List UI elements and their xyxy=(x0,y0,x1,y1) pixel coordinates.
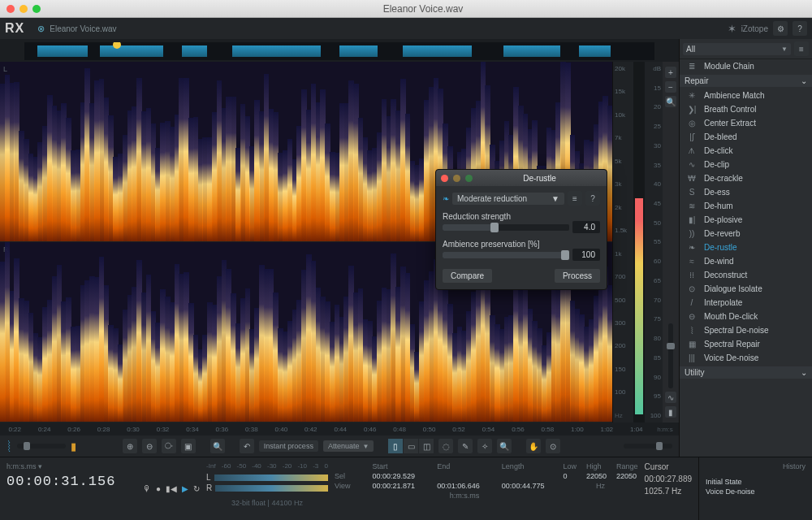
hzoom-slider[interactable] xyxy=(624,444,672,448)
module-icon: ▦ xyxy=(686,340,698,349)
undo-icon[interactable]: ↶ xyxy=(240,439,254,453)
play-icon[interactable]: ▶ xyxy=(182,484,188,493)
record-icon[interactable]: ● xyxy=(156,484,161,493)
history-item[interactable]: Voice De-noise xyxy=(706,487,806,496)
module-spectral-repair[interactable]: ▦Spectral Repair xyxy=(680,337,812,351)
module-interpolate[interactable]: /Interpolate xyxy=(680,296,812,310)
module-de-clip[interactable]: ∿De-clip xyxy=(680,158,812,171)
macos-titlebar: Eleanor Voice.wav xyxy=(0,0,812,18)
zoom-in-icon[interactable]: ⊕ xyxy=(123,439,137,453)
brush-tool-icon[interactable]: ✎ xyxy=(458,439,473,453)
process-button[interactable]: Process xyxy=(555,269,600,283)
preset-dropdown[interactable]: Moderate reduction ▼ xyxy=(452,193,564,205)
izotope-logo-icon: ✶ xyxy=(728,23,736,35)
freq-select-tool-icon[interactable]: ▭ xyxy=(404,439,418,453)
module-icon: ⁞⁞ xyxy=(686,271,698,280)
view-length[interactable]: 00:00:44.775 xyxy=(502,482,557,490)
zoom-out-icon[interactable]: ⊖ xyxy=(142,439,157,453)
module-de-wind[interactable]: ≈De-wind xyxy=(680,254,812,268)
freq-low[interactable]: 0 xyxy=(564,472,577,480)
playhead-marker-icon[interactable] xyxy=(113,42,121,49)
grab-tool-icon[interactable]: ✋ xyxy=(526,439,541,453)
view-end[interactable]: 00:01:06.646 xyxy=(437,482,492,490)
zoom-sel-icon[interactable]: ⧂ xyxy=(162,439,176,453)
opacity-slider[interactable] xyxy=(17,444,66,448)
sel-start[interactable]: 00:00:29.529 xyxy=(373,472,428,480)
record-arm-icon[interactable]: 🎙 xyxy=(143,484,151,493)
help-icon[interactable]: ? xyxy=(793,21,807,36)
module-chain-button[interactable]: ≣ Module Chain xyxy=(680,59,812,73)
preset-list-icon[interactable]: ≡ xyxy=(568,191,582,206)
waveform-view-icon[interactable]: ∿ xyxy=(665,392,676,403)
module-de-click[interactable]: ⩚De-click xyxy=(680,144,812,158)
vmagnify-icon[interactable]: 🔍 xyxy=(665,96,676,107)
waveform-overview[interactable] xyxy=(24,42,654,60)
module-de-hum[interactable]: ≋De-hum xyxy=(680,199,812,213)
history-item[interactable]: Initial State xyxy=(706,477,806,487)
compare-button[interactable]: Compare xyxy=(443,269,492,283)
module-voice-de-noise[interactable]: |||Voice De-noise xyxy=(680,351,812,365)
module-label: De-hum xyxy=(704,202,733,210)
freq-range[interactable]: 22050 xyxy=(616,472,638,480)
file-name: Eleanor Voice.wav xyxy=(50,24,116,33)
skip-back-icon[interactable]: ▮◀ xyxy=(166,484,177,493)
vertical-spectrum-slider[interactable] xyxy=(668,323,673,388)
spectrogram-view-icon[interactable]: ▮ xyxy=(665,406,676,418)
reduction-strength-value[interactable]: 4.0 xyxy=(572,221,600,233)
module-filter-dropdown[interactable]: All ▼ xyxy=(683,43,791,55)
zoom-region-icon[interactable]: ▣ xyxy=(181,439,196,453)
time-select-tool-icon[interactable]: ▯ xyxy=(388,439,403,453)
module-de-bleed[interactable]: |ʃDe-bleed xyxy=(680,130,812,144)
attenuate-dropdown[interactable]: Attenuate ▼ xyxy=(323,440,374,452)
transport-bar: h:m:s.ms ▾ 00:00:31.156 🎙 ● ▮◀ ▶ ↻ -Inf-… xyxy=(0,457,812,520)
chevron-down-icon: ⌄ xyxy=(801,368,807,377)
find-similar-icon[interactable]: 🔍 xyxy=(497,439,512,453)
module-de-plosive[interactable]: ▮|De-plosive xyxy=(680,213,812,227)
close-window-icon[interactable] xyxy=(6,5,15,13)
app-logo: RX xyxy=(5,21,24,36)
close-tab-icon[interactable]: ⊗ xyxy=(37,24,45,34)
reduction-strength-slider[interactable] xyxy=(443,224,569,231)
open-file-tab[interactable]: ⊗ Eleanor Voice.wav xyxy=(37,24,116,34)
settings-icon[interactable]: ⚙ xyxy=(773,21,788,36)
ambience-preservation-slider[interactable] xyxy=(443,252,569,258)
dialog-close-icon[interactable] xyxy=(441,175,448,182)
vzoom-out-icon[interactable]: − xyxy=(665,81,676,93)
module-ambience-match[interactable]: ✳Ambience Match xyxy=(680,89,812,102)
magnify-icon[interactable]: 🔍 xyxy=(210,439,225,453)
vzoom-in-icon[interactable]: + xyxy=(665,67,676,78)
window-controls[interactable] xyxy=(6,5,41,13)
module-center-extract[interactable]: ◎Center Extract xyxy=(680,116,812,130)
module-icon: ◎ xyxy=(686,119,698,128)
freq-high[interactable]: 22050 xyxy=(586,472,607,480)
zoom-tool-icon[interactable]: ⊙ xyxy=(546,439,560,453)
module-breath-control[interactable]: ❯|Breath Control xyxy=(680,102,812,116)
module-de-reverb[interactable]: ))De-reverb xyxy=(680,227,812,240)
ambience-preservation-value[interactable]: 100 xyxy=(572,249,600,261)
module-de-ess[interactable]: SDe-ess xyxy=(680,185,812,199)
module-de-crackle[interactable]: ₩De-crackle xyxy=(680,171,812,185)
tf-select-tool-icon[interactable]: ◫ xyxy=(419,439,434,453)
maximize-window-icon[interactable] xyxy=(32,5,41,13)
module-icon: ✳ xyxy=(686,91,698,100)
instant-process-button[interactable]: Instant process xyxy=(259,440,318,452)
lasso-tool-icon[interactable]: ◌ xyxy=(438,439,453,453)
dialog-help-icon[interactable]: ? xyxy=(585,191,600,206)
minimize-window-icon[interactable] xyxy=(19,5,28,13)
utility-category[interactable]: Utility ⌄ xyxy=(680,366,812,379)
time-ruler[interactable]: 0:220:240:260:280:300:320:340:360:380:40… xyxy=(0,422,679,436)
view-start[interactable]: 00:00:21.871 xyxy=(373,482,428,490)
module-spectral-de-noise[interactable]: ⦚Spectral De-noise xyxy=(680,323,812,337)
dialog-titlebar[interactable]: De-rustle xyxy=(436,170,607,186)
module-deconstruct[interactable]: ⁞⁞Deconstruct xyxy=(680,268,812,282)
module-mouth-de-click[interactable]: ⊖Mouth De-click xyxy=(680,310,812,323)
loop-icon[interactable]: ↻ xyxy=(193,484,200,493)
repair-category[interactable]: Repair ⌄ xyxy=(680,75,812,87)
module-dialogue-isolate[interactable]: ⊙Dialogue Isolate xyxy=(680,282,812,296)
time-format-dropdown[interactable]: h:m:s.ms ▾ xyxy=(6,462,136,470)
transport-controls: 🎙 ● ▮◀ ▶ ↻ xyxy=(143,462,200,515)
module-de-rustle[interactable]: ❧De-rustle xyxy=(680,240,812,254)
vertical-tools: + − 🔍 ∿ ▮ xyxy=(663,62,679,422)
wand-tool-icon[interactable]: ✧ xyxy=(477,439,492,453)
module-list-view-icon[interactable]: ≡ xyxy=(794,41,809,56)
